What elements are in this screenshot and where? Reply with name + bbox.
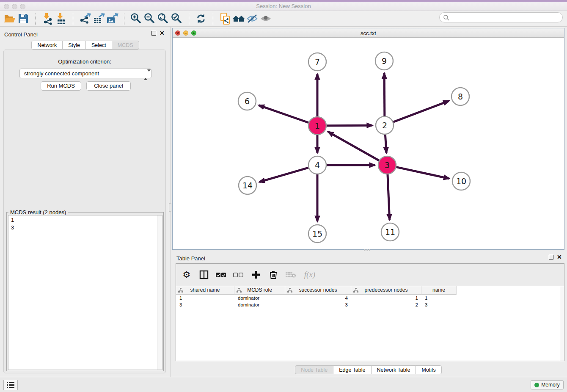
column-header-mcds-role[interactable]: MCDS role: [234, 286, 285, 295]
edge-2-9[interactable]: [384, 73, 385, 116]
function-builder-icon[interactable]: f(x): [303, 269, 317, 280]
cell-predecessor-nodes: 1: [351, 295, 421, 301]
close-panel-button[interactable]: Close panel: [86, 81, 131, 91]
network-graph: 7968124314101511: [173, 38, 564, 249]
task-history-button[interactable]: [3, 380, 18, 390]
float-panel-icon[interactable]: [151, 31, 156, 36]
select-all-check-icon[interactable]: [216, 269, 227, 280]
result-scrollbar[interactable]: [157, 215, 162, 370]
criterion-dropdown[interactable]: strongly connected component: [19, 69, 151, 78]
import-table-icon[interactable]: [54, 12, 68, 25]
toolbar-separator: [213, 13, 213, 25]
tab-style[interactable]: Style: [62, 41, 86, 50]
network-view-window: ✕ − + scc.txt 7968124314101511: [172, 28, 564, 250]
edge-3-1[interactable]: [328, 132, 379, 160]
run-mcds-button[interactable]: Run MCDS: [41, 81, 81, 91]
column-header-shared-name[interactable]: shared name: [176, 286, 234, 295]
tab-select[interactable]: Select: [85, 41, 112, 50]
edge-3-11[interactable]: [388, 174, 390, 220]
open-file-icon[interactable]: [3, 12, 17, 25]
table-panel-title: Table Panel: [176, 255, 205, 262]
hide-selected-icon[interactable]: [245, 12, 259, 25]
toolbar-separator: [35, 13, 36, 25]
node-label-15: 15: [312, 229, 322, 238]
toolbar-separator: [73, 13, 73, 25]
split-view-icon[interactable]: [198, 269, 209, 280]
zoom-fit-icon[interactable]: [157, 12, 170, 25]
table-settings-icon[interactable]: ⚙: [181, 269, 192, 280]
deselect-all-check-icon[interactable]: [233, 269, 244, 280]
edge-2-3[interactable]: [385, 135, 386, 153]
network-window-title: scc.txt: [173, 30, 564, 36]
table-row[interactable]: 1dominator411: [176, 295, 457, 301]
table-tab-network-table[interactable]: Network Table: [371, 365, 416, 374]
control-panel-tabs: NetworkStyleSelectMCDS: [0, 41, 171, 50]
window-title: Session: New Session: [0, 3, 567, 9]
table-tabs: Node TableEdge TableNetwork TableMotifs: [172, 365, 564, 374]
cell-name: 1: [421, 295, 457, 301]
delete-column-icon[interactable]: [268, 269, 279, 280]
search-icon: [443, 14, 450, 21]
delete-table-icon[interactable]: [285, 269, 296, 280]
mcds-panel-body: Optimization criterion: strongly connect…: [3, 50, 166, 373]
refresh-network-icon[interactable]: [194, 12, 208, 25]
app-titlebar: Session: New Session: [0, 0, 567, 11]
tab-network[interactable]: Network: [31, 41, 63, 50]
table-tab-node-table[interactable]: Node Table: [295, 365, 333, 374]
export-table-icon[interactable]: [92, 12, 105, 25]
edge-1-6[interactable]: [259, 105, 308, 123]
toolbar-separator: [189, 13, 189, 25]
edge-1-2[interactable]: [327, 125, 372, 126]
column-header-predecessor-nodes[interactable]: predecessor nodes: [351, 286, 421, 295]
table-tab-edge-table[interactable]: Edge Table: [333, 365, 371, 374]
node-label-2: 2: [382, 121, 387, 130]
memory-status-icon: [534, 383, 539, 387]
window-accent-strip: [0, 0, 567, 2]
network-window-titlebar[interactable]: ✕ − + scc.txt: [173, 28, 564, 38]
main-toolbar: [0, 11, 567, 27]
cell-shared-name: 1: [176, 295, 234, 301]
table-row[interactable]: 3dominator323: [176, 301, 457, 308]
node-label-6: 6: [245, 97, 250, 106]
zoom-out-icon[interactable]: [143, 12, 157, 25]
cell-predecessor-nodes: 2: [351, 301, 421, 308]
column-header-name[interactable]: name: [421, 286, 457, 295]
memory-button[interactable]: Memory: [531, 380, 564, 389]
mcds-result-fieldset: MCDS result (2 nodes) 1 3: [6, 212, 164, 371]
canvas-resize-grip[interactable]: [364, 249, 370, 251]
cell-shared-name: 3: [176, 301, 234, 308]
panel-splitter-handle[interactable]: [169, 203, 171, 212]
apply-layout-icon[interactable]: [232, 12, 245, 25]
edge-4-14[interactable]: [259, 168, 308, 182]
export-network-icon[interactable]: [78, 12, 92, 25]
mcds-result-area[interactable]: 1 3: [8, 215, 162, 370]
save-session-icon[interactable]: [17, 12, 30, 25]
edge-2-8[interactable]: [394, 101, 449, 122]
toolbar-separator: [124, 13, 124, 25]
show-all-icon[interactable]: [259, 12, 272, 25]
edge-3-10[interactable]: [396, 167, 449, 179]
node-label-3: 3: [385, 160, 390, 170]
network-canvas[interactable]: 7968124314101511: [173, 38, 564, 249]
dropdown-stepper-icon: [144, 70, 149, 77]
import-network-icon[interactable]: [41, 12, 54, 25]
optimization-label: Optimization criterion:: [4, 58, 165, 65]
zoom-selected-icon[interactable]: [170, 12, 184, 25]
add-column-icon[interactable]: [250, 269, 261, 280]
close-panel-icon[interactable]: ✕: [160, 31, 165, 36]
cell-mcds-role: dominator: [234, 301, 285, 308]
clone-network-icon[interactable]: [218, 12, 232, 25]
tab-mcds[interactable]: MCDS: [112, 41, 139, 50]
zoom-in-icon[interactable]: [129, 12, 143, 25]
float-table-panel-icon[interactable]: [549, 255, 553, 259]
memory-label: Memory: [541, 382, 559, 388]
table-tab-motifs[interactable]: Motifs: [416, 365, 441, 374]
control-panel: Control Panel ✕ NetworkStyleSelectMCDS O…: [0, 27, 171, 377]
column-header-successor-nodes[interactable]: successor nodes: [285, 286, 351, 295]
close-table-panel-icon[interactable]: ✕: [557, 255, 562, 259]
table-scrollbar[interactable]: [560, 286, 564, 361]
status-bar: Memory: [0, 377, 567, 392]
search-input[interactable]: [451, 13, 559, 22]
export-image-icon[interactable]: [105, 12, 119, 25]
mcds-result-title: MCDS result (2 nodes): [8, 209, 68, 215]
